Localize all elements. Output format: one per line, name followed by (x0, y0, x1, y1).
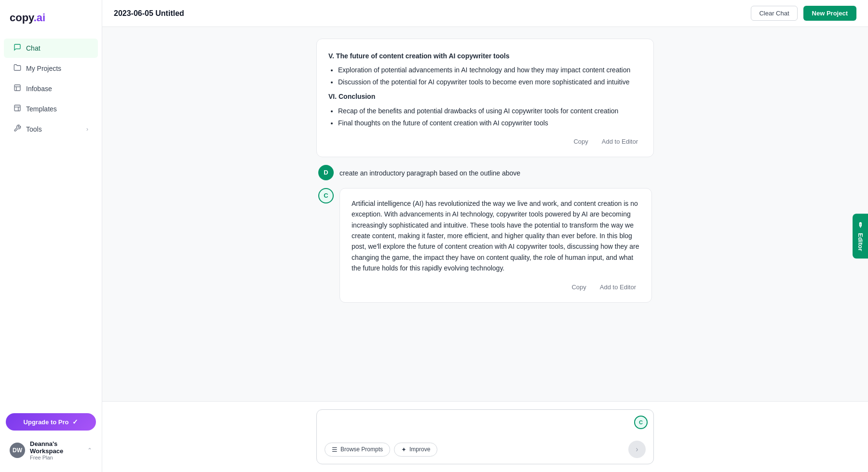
sidebar-item-projects-label: My Projects (26, 65, 61, 72)
sidebar-item-templates[interactable]: Templates (4, 99, 98, 119)
workspace-name: Deanna's Workspace (30, 440, 82, 455)
editor-tab-label: Editor (857, 233, 864, 251)
list-item: Discussion of the potential for AI copyw… (338, 77, 642, 87)
list-item: Recap of the benefits and potential draw… (338, 106, 642, 116)
card-2-actions: Copy Add to Editor (352, 282, 640, 293)
improve-sparkle-icon: ✦ (401, 446, 407, 453)
sidebar-item-templates-label: Templates (26, 105, 57, 113)
chat-input[interactable] (325, 416, 646, 435)
browse-prompts-icon: ☰ (332, 446, 338, 453)
sidebar-item-my-projects[interactable]: My Projects (4, 59, 98, 78)
new-project-button[interactable]: New Project (803, 6, 856, 21)
section-v-list: Exploration of potential advancements in… (328, 65, 642, 87)
sidebar-item-infobase[interactable]: Infobase (4, 79, 98, 98)
upgrade-button[interactable]: Upgrade to Pro ✓ (6, 413, 96, 431)
section-vi-list: Recap of the benefits and potential draw… (328, 106, 642, 128)
list-item: Exploration of potential advancements in… (338, 65, 642, 75)
sidebar-nav: Chat My Projects Infobase Templates Tool… (0, 34, 102, 405)
ai-avatar-2: C (318, 188, 334, 203)
svg-rect-0 (14, 85, 20, 91)
copyai-circle: C (634, 416, 648, 429)
card-1-actions: Copy Add to Editor (328, 136, 642, 147)
section-title-v: V. The future of content creation with A… (328, 51, 642, 61)
main-area: 2023-06-05 Untitled Clear Chat New Proje… (102, 0, 868, 472)
add-to-editor-button-2[interactable]: Add to Editor (596, 282, 640, 293)
list-item: Final thoughts on the future of content … (338, 118, 642, 128)
sidebar: copy.ai Chat My Projects Infobase Tem (0, 0, 102, 472)
chat-icon (14, 43, 21, 53)
input-area: C ☰ Browse Prompts ✦ Improve › (102, 401, 868, 472)
editor-pencil-icon: ✏ (856, 221, 864, 229)
sidebar-item-chat-label: Chat (26, 44, 41, 52)
sidebar-item-tools-label: Tools (26, 125, 42, 133)
tools-icon (14, 124, 21, 134)
sidebar-item-tools[interactable]: Tools › (4, 120, 98, 139)
ai-card-text-1: V. The future of content creation with A… (328, 51, 642, 128)
workspace-info: Deanna's Workspace Free Plan (30, 440, 82, 460)
input-bottom-row: ☰ Browse Prompts ✦ Improve › (325, 441, 646, 458)
header: 2023-06-05 Untitled Clear Chat New Proje… (102, 0, 868, 27)
send-arrow-icon: › (636, 445, 638, 454)
infobase-icon (14, 84, 21, 94)
user-message-text-1: create an introductory paragraph based o… (339, 165, 520, 178)
ai-response-card-1: V. The future of content creation with A… (316, 39, 654, 157)
copy-button-2[interactable]: Copy (568, 282, 590, 293)
ai-message-row-2: C Artificial intelligence (AI) has revol… (316, 188, 654, 303)
add-to-editor-button-1[interactable]: Add to Editor (598, 136, 642, 147)
workspace-plan: Free Plan (30, 455, 82, 460)
workspace-chevron-icon: ⌃ (87, 447, 92, 454)
svg-rect-3 (14, 105, 20, 111)
improve-button[interactable]: ✦ Improve (394, 443, 437, 457)
input-tools: ☰ Browse Prompts ✦ Improve (325, 443, 437, 457)
templates-icon (14, 104, 21, 114)
logo: copy.ai (0, 0, 102, 34)
section-title-vi: VI. Conclusion (328, 91, 642, 102)
send-button[interactable]: › (628, 441, 646, 458)
clear-chat-button[interactable]: Clear Chat (751, 6, 797, 21)
tools-chevron-icon: › (86, 126, 88, 133)
input-box: C ☰ Browse Prompts ✦ Improve › (316, 409, 654, 464)
ai-response-card-2: Artificial intelligence (AI) has revolut… (339, 188, 652, 303)
logo-text: copy.ai (10, 12, 45, 24)
sidebar-item-infobase-label: Infobase (26, 85, 52, 93)
copyai-indicator: C (634, 416, 648, 429)
editor-tab[interactable]: ✏ Editor (853, 214, 868, 259)
user-avatar: D (318, 165, 334, 180)
chat-content: V. The future of content creation with A… (316, 39, 654, 310)
browse-prompts-button[interactable]: ☰ Browse Prompts (325, 443, 390, 457)
sidebar-item-chat[interactable]: Chat (4, 39, 98, 58)
upgrade-check-icon: ✓ (72, 418, 78, 426)
copy-button-1[interactable]: Copy (570, 136, 592, 147)
user-message-row-1: D create an introductory paragraph based… (316, 165, 654, 180)
chat-area: V. The future of content creation with A… (102, 27, 868, 401)
ai-response-wrapper-2: Artificial intelligence (AI) has revolut… (339, 188, 652, 303)
upgrade-label: Upgrade to Pro (24, 418, 69, 426)
browse-prompts-label: Browse Prompts (340, 446, 383, 453)
projects-icon (14, 64, 21, 73)
ai-card-text-2: Artificial intelligence (AI) has revolut… (352, 198, 640, 274)
workspace-row[interactable]: DW Deanna's Workspace Free Plan ⌃ (6, 436, 96, 464)
project-title: 2023-06-05 Untitled (114, 9, 184, 18)
header-actions: Clear Chat New Project (751, 6, 856, 21)
sidebar-footer: Upgrade to Pro ✓ DW Deanna's Workspace F… (0, 405, 102, 472)
workspace-avatar: DW (10, 443, 25, 458)
improve-label: Improve (409, 446, 430, 453)
